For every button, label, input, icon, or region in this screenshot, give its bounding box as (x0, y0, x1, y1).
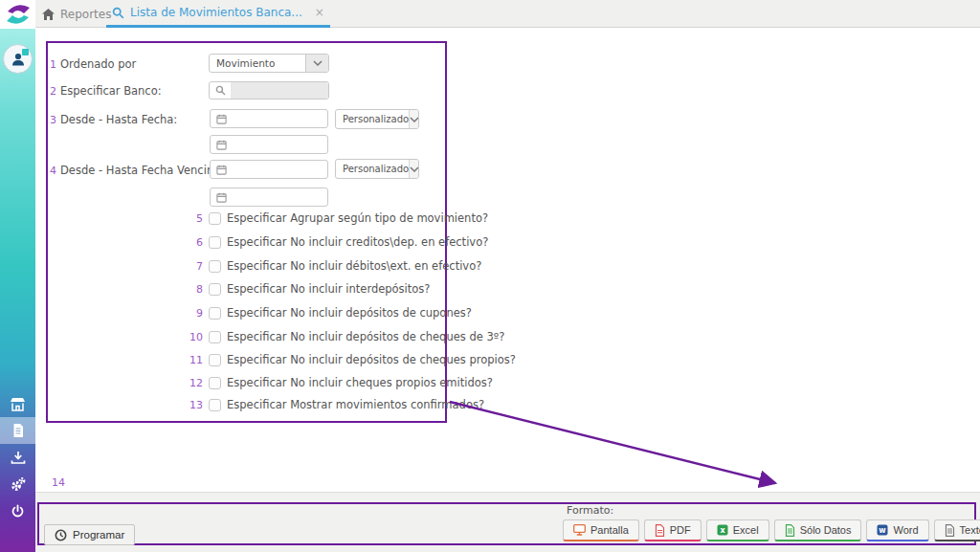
field-number: 7 (186, 260, 203, 273)
banco-search-input[interactable] (209, 81, 329, 99)
field-number-14: 14 (52, 476, 65, 489)
field-number: 12 (186, 377, 203, 389)
checkbox[interactable] (209, 260, 221, 273)
tab-lista-movimientos[interactable]: Lista de Movimientos Banca... × (106, 0, 330, 28)
checkbox[interactable] (209, 212, 221, 225)
monitor-icon (573, 524, 586, 536)
app-logo[interactable] (0, 0, 35, 29)
user-avatar[interactable] (3, 44, 33, 74)
gear-icon (11, 476, 26, 492)
calendar-icon (211, 192, 232, 203)
checkbox-label: Especificar No incluir creditos\dep. en … (227, 235, 488, 249)
button-label: Word (893, 524, 918, 536)
data-file-icon (785, 524, 795, 537)
sidebar-item-settings[interactable] (0, 471, 35, 497)
checkbox-label: Especificar No incluir débitos\ext. en e… (227, 259, 481, 273)
fecha-desde-input[interactable] (210, 109, 328, 128)
field-number: 10 (186, 331, 203, 343)
word-button[interactable]: w Word (866, 519, 928, 541)
field-label-desde-hasta-fecha: 3 Desde - Hasta Fecha: (50, 110, 177, 129)
tab-label: Lista de Movimientos Banca... (130, 6, 302, 19)
field-number: 1 (50, 58, 56, 71)
tab-bar: Reportes Lista de Movimientos Banca... × (35, 0, 980, 28)
word-file-icon: w (877, 524, 888, 536)
field-label: Ordenado por (60, 57, 136, 71)
programar-label: Programar (73, 529, 124, 541)
vencimiento-desde-input[interactable] (210, 160, 328, 179)
select-value: Personalizado (336, 164, 409, 174)
checkbox-row: 12 Especificar No incluir cheques propio… (186, 376, 493, 389)
vencimiento-hasta-input[interactable] (210, 188, 328, 207)
field-number: 13 (186, 399, 203, 411)
checkbox[interactable] (209, 236, 221, 249)
checkbox-row: 5 Especificar Agrupar según tipo de movi… (186, 211, 488, 225)
calendar-icon (211, 140, 232, 150)
fecha-hasta-input[interactable] (210, 135, 328, 154)
vencimiento-preset-select[interactable]: Personalizado (335, 159, 419, 179)
checkbox-row: 6 Especificar No incluir creditos\dep. e… (186, 235, 488, 249)
checkbox-label: Especificar Mostrar movimientos confirma… (227, 398, 484, 411)
checkbox[interactable] (209, 307, 221, 320)
select-value: Personalizado (336, 114, 409, 124)
chevron-down-icon[interactable] (409, 110, 419, 128)
sidebar-item-store[interactable] (0, 390, 35, 417)
field-number: 4 (50, 165, 56, 177)
document-icon (11, 423, 25, 438)
checkbox-row: 9 Especificar No incluir depósitos de cu… (186, 306, 472, 320)
sidebar-item-documents[interactable] (0, 417, 35, 444)
format-buttons: Pantalla PDF x Excel Sólo Datos (563, 519, 980, 541)
select-value: Movimiento (210, 57, 305, 69)
checkbox-label: Especificar Agrupar según tipo de movimi… (227, 211, 488, 225)
field-number: 5 (186, 212, 203, 225)
button-label: Texto (960, 524, 980, 536)
programar-button[interactable]: Programar (44, 524, 135, 545)
chevron-down-icon[interactable] (409, 160, 419, 178)
search-icon (112, 7, 124, 19)
field-number: 6 (186, 236, 203, 249)
checkbox-row: 11 Especificar No incluir depósitos de c… (186, 353, 516, 366)
pantalla-button[interactable]: Pantalla (563, 519, 639, 541)
field-label-especificar-banco: 2 Especificar Banco: (50, 81, 162, 100)
svg-text:w: w (880, 526, 887, 535)
checkbox[interactable] (209, 399, 221, 411)
checkbox-label: Especificar No incluir interdepósitos? (227, 282, 430, 296)
checkbox-label: Especificar No incluir depósitos de cheq… (227, 330, 504, 343)
logo-icon (5, 3, 32, 26)
sidebar-nav (0, 390, 35, 524)
sidebar-item-power[interactable] (0, 497, 35, 524)
text-file-icon (945, 524, 955, 537)
ordenado-por-select[interactable]: Movimiento (209, 54, 329, 73)
button-label: Pantalla (590, 524, 629, 536)
checkbox[interactable] (209, 354, 221, 366)
chevron-down-icon[interactable] (305, 55, 328, 72)
checkbox-row: 13 Especificar Mostrar movimientos confi… (186, 398, 484, 411)
field-number: 2 (50, 85, 56, 98)
tab-reportes[interactable]: Reportes (42, 0, 111, 28)
calendar-icon (211, 165, 232, 175)
store-icon (10, 397, 26, 411)
field-label: Especificar Banco: (60, 84, 162, 98)
field-number: 8 (186, 283, 203, 296)
texto-button[interactable]: Texto (934, 519, 980, 541)
checkbox[interactable] (209, 283, 221, 296)
button-label: PDF (670, 524, 691, 536)
pdf-button[interactable]: PDF (644, 519, 702, 541)
calendar-icon (211, 114, 232, 124)
solo-datos-button[interactable]: Sólo Datos (774, 519, 862, 541)
fecha-preset-select[interactable]: Personalizado (335, 109, 419, 129)
power-icon (11, 504, 25, 519)
close-icon[interactable]: × (315, 6, 324, 19)
checkbox[interactable] (209, 377, 221, 389)
field-number: 9 (186, 307, 203, 320)
field-number: 11 (186, 354, 203, 366)
download-icon (11, 451, 26, 465)
checkbox-label: Especificar No incluir depósitos de cupo… (227, 306, 472, 320)
clock-icon (55, 529, 67, 541)
excel-button[interactable]: x Excel (706, 519, 769, 541)
checkbox-label: Especificar No incluir cheques propios e… (227, 376, 493, 389)
sidebar-item-download[interactable] (0, 444, 35, 471)
svg-text:x: x (720, 526, 725, 535)
checkbox-row: 7 Especificar No incluir débitos\ext. en… (186, 259, 481, 273)
status-badge (22, 49, 29, 55)
checkbox[interactable] (209, 331, 221, 343)
